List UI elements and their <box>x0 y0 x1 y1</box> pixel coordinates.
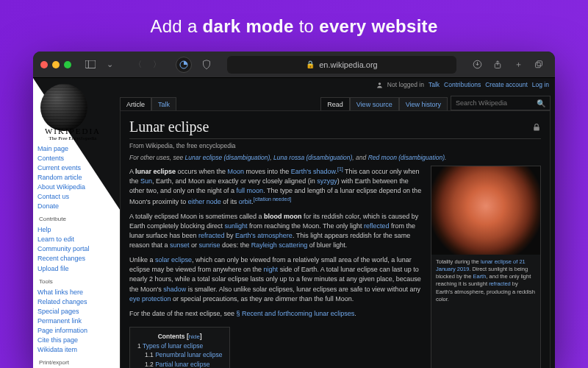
sidebar-heading-contribute: Contribute <box>39 216 115 222</box>
wordmark: WIKIPEDIA <box>36 127 110 135</box>
tagline: The Free Encyclopedia <box>36 135 110 141</box>
infobox: Totality during the lunar eclipse of 21 … <box>431 166 541 368</box>
search-input[interactable] <box>451 99 532 107</box>
article: Lunar eclipse From Wikipedia, the free e… <box>120 110 551 368</box>
address-bar[interactable]: 🔒 en.wikipedia.org <box>227 56 456 74</box>
sidebar-tools-link-3[interactable]: Permanent link <box>37 316 115 326</box>
lock-icon: 🔒 <box>306 60 315 68</box>
sidebar-contribute-link-4[interactable]: Upload file <box>37 264 115 274</box>
sidebar-heading-print: Print/export <box>39 359 115 366</box>
nav-forward-button[interactable]: 〉 <box>148 57 165 73</box>
extension-toggle-button[interactable] <box>176 57 192 73</box>
sidebar-nav-link-4[interactable]: About Wikipedia <box>37 183 115 192</box>
tab-view-history[interactable]: View history <box>399 97 448 110</box>
sidebar-contribute-link-3[interactable]: Recent changes <box>37 254 115 263</box>
user-icon <box>376 82 383 88</box>
zoom-window-button[interactable] <box>64 61 71 68</box>
hatnote: For other uses, see Lunar eclipse (disam… <box>129 154 541 161</box>
sidebar-nav-link-5[interactable]: Contact us <box>37 192 115 202</box>
sidebar-nav-link-1[interactable]: Contents <box>37 154 115 163</box>
new-tab-button[interactable]: ＋ <box>509 57 527 73</box>
sidebar-tools-link-4[interactable]: Page information <box>37 326 115 336</box>
privacy-report-button[interactable] <box>198 57 215 73</box>
svg-rect-0 <box>85 60 96 68</box>
browser-window: ⌄ 〈 〉 🔒 en.wikipedia.org <box>33 52 555 368</box>
tab-talk[interactable]: Talk <box>151 97 176 110</box>
login-link[interactable]: Log in <box>532 81 549 88</box>
wikipedia-logo[interactable]: WIKIPEDIA The Free Encyclopedia <box>37 84 111 141</box>
svg-rect-5 <box>536 63 541 68</box>
sidebar-nav-link-0[interactable]: Main page <box>37 144 115 154</box>
page-title: Lunar eclipse <box>129 118 209 135</box>
from-wikipedia-label: From Wikipedia, the free encyclopedia <box>129 142 541 149</box>
sidebar-nav-link-2[interactable]: Current events <box>37 163 115 173</box>
contributions-link[interactable]: Contributions <box>444 81 481 88</box>
close-window-button[interactable] <box>40 61 48 68</box>
tab-view-source[interactable]: View source <box>350 97 399 110</box>
minimize-window-button[interactable] <box>52 61 60 68</box>
tab-article[interactable]: Article <box>120 97 151 110</box>
titlebar: ⌄ 〈 〉 🔒 en.wikipedia.org <box>33 52 555 78</box>
promo-headline: Add a dark mode to every website <box>0 0 588 37</box>
sidebar-contribute-link-2[interactable]: Community portal <box>37 244 115 254</box>
search-box: 🔍 <box>451 96 551 110</box>
sidebar-toggle-button[interactable] <box>82 57 99 73</box>
page-content: Not logged in Talk Contributions Create … <box>33 78 555 368</box>
search-icon[interactable]: 🔍 <box>532 99 550 107</box>
toc-hide-link[interactable]: hide <box>189 333 200 340</box>
downloads-button[interactable] <box>468 57 486 73</box>
semi-protection-lock-icon <box>532 123 541 132</box>
sidebar-tools-link-0[interactable]: What links here <box>37 288 115 297</box>
url-host: en.wikipedia.org <box>319 60 378 69</box>
user-links: Not logged in Talk Contributions Create … <box>376 81 549 88</box>
image-caption: Totality during the lunar eclipse of 21 … <box>431 255 540 307</box>
sidebar-tools-link-2[interactable]: Special pages <box>37 307 115 316</box>
svg-rect-7 <box>534 127 539 130</box>
sidebar-heading-tools: Tools <box>39 278 115 285</box>
sidebar-tools-link-5[interactable]: Cite this page <box>37 336 115 345</box>
create-account-link[interactable]: Create account <box>485 81 528 88</box>
nav-back-button[interactable]: 〈 <box>129 57 146 73</box>
sidebar-contribute-link-0[interactable]: Help <box>37 225 115 235</box>
svg-rect-6 <box>537 60 542 66</box>
tab-read[interactable]: Read <box>320 97 350 110</box>
not-logged-in-label: Not logged in <box>387 81 424 88</box>
table-of-contents: Contents [hide] 1 Types of lunar eclipse… <box>129 327 230 368</box>
sidebar-tools-link-6[interactable]: Wikidata item <box>37 345 115 355</box>
sidebar-tools-link-1[interactable]: Related changes <box>37 297 115 307</box>
sidebar-nav-link-3[interactable]: Random article <box>37 173 115 183</box>
sidebar-menu-chevron[interactable]: ⌄ <box>101 57 118 73</box>
globe-icon <box>40 84 87 131</box>
share-button[interactable] <box>489 57 506 73</box>
article-body: A lunar eclipse occurs when the Moon mov… <box>129 166 423 368</box>
user-talk-link[interactable]: Talk <box>429 81 440 88</box>
eclipse-moon-image[interactable] <box>431 166 540 255</box>
tabs-overview-button[interactable] <box>530 57 548 73</box>
sidebar: WIKIPEDIA The Free Encyclopedia Main pag… <box>33 78 115 368</box>
sidebar-nav-link-6[interactable]: Donate <box>37 202 115 211</box>
sidebar-contribute-link-1[interactable]: Learn to edit <box>37 235 115 244</box>
